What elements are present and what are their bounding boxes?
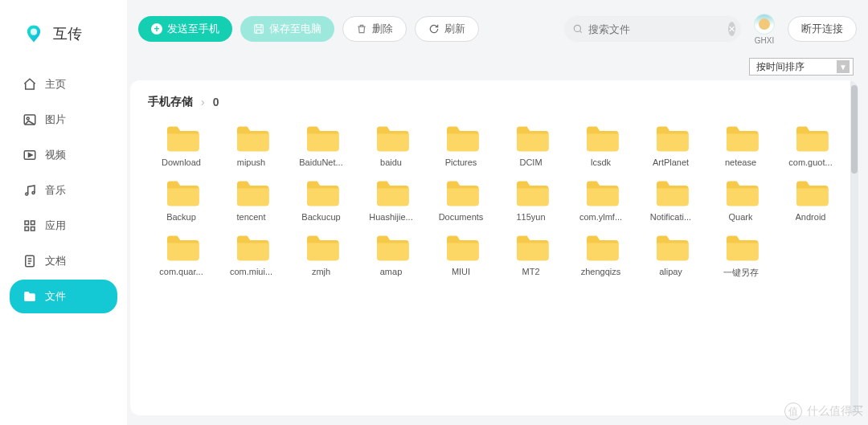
main: + 发送至手机 保存至电脑 删除 刷新 <box>127 0 868 425</box>
sidebar-item-image[interactable]: 图片 <box>10 103 117 137</box>
folder-name: lcsdk <box>591 157 611 167</box>
folder-item[interactable]: Backup <box>148 175 215 225</box>
sidebar-item-apps[interactable]: 应用 <box>10 209 117 243</box>
folder-name: alipay <box>659 267 682 276</box>
image-icon <box>23 112 37 127</box>
app-root: 互传 主页图片视频音乐应用文档文件 + 发送至手机 保存至电脑 删除 <box>0 0 868 425</box>
folder-name: 115yun <box>516 212 545 222</box>
panel-wrap: 手机存储 › 0 DownloadmipushBaiduNet...baiduP… <box>127 80 868 425</box>
sidebar-item-doc[interactable]: 文档 <box>10 244 117 278</box>
folder-name: amap <box>380 267 403 276</box>
svg-point-4 <box>26 193 28 195</box>
content-panel: 手机存储 › 0 DownloadmipushBaiduNet...baiduP… <box>130 80 858 415</box>
folder-item[interactable]: netease <box>707 121 774 170</box>
folder-item[interactable]: com.quar... <box>148 230 215 282</box>
sidebar-item-home[interactable]: 主页 <box>10 67 117 101</box>
svg-point-5 <box>32 192 35 194</box>
folder-item[interactable]: Download <box>148 121 215 170</box>
folder-item[interactable]: Quark <box>707 175 774 225</box>
save-label: 保存至电脑 <box>269 22 321 36</box>
folder-item[interactable]: zhengqizs <box>567 230 634 282</box>
send-to-phone-button[interactable]: + 发送至手机 <box>138 16 232 42</box>
folder-item[interactable]: BaiduNet... <box>288 121 354 170</box>
sidebar-item-label: 主页 <box>45 77 66 92</box>
save-to-pc-button[interactable]: 保存至电脑 <box>240 16 334 42</box>
folder-item[interactable]: DCIM <box>497 121 564 170</box>
folder-icon <box>374 178 409 207</box>
folder-item[interactable]: com.ylmf... <box>567 175 634 225</box>
folder-name: Notificati... <box>650 212 691 222</box>
breadcrumb: 手机存储 › 0 <box>148 95 844 109</box>
folder-item[interactable]: amap <box>358 230 424 282</box>
folder-item[interactable]: 115yun <box>497 175 564 225</box>
folder-item[interactable]: baidu <box>358 121 424 170</box>
folder-name: Download <box>162 157 201 167</box>
plus-icon: + <box>151 23 162 35</box>
refresh-label: 刷新 <box>444 22 465 36</box>
folder-icon <box>234 124 269 153</box>
folder-item[interactable]: Huashijie... <box>358 175 424 225</box>
folder-item[interactable]: ArtPlanet <box>637 121 704 170</box>
folder-item[interactable]: com.guot... <box>777 121 844 170</box>
folder-item[interactable]: zmjh <box>288 230 354 282</box>
folder-icon <box>304 178 339 207</box>
folder-icon <box>793 178 829 207</box>
folder-item[interactable]: lcsdk <box>567 121 634 170</box>
folder-item[interactable]: MIUI <box>428 230 494 282</box>
svg-rect-7 <box>31 221 35 225</box>
folder-name: Backup <box>166 212 196 222</box>
user-block[interactable]: GHXI <box>754 14 775 45</box>
sidebar-item-label: 音乐 <box>45 183 66 198</box>
sort-select[interactable]: 按时间排序 ▼ <box>749 58 854 76</box>
folder-name: ArtPlanet <box>653 157 689 167</box>
folder-icon <box>234 233 269 262</box>
folder-item[interactable]: Android <box>777 175 844 225</box>
clear-icon[interactable]: ✕ <box>728 22 735 36</box>
search-box[interactable]: ✕ <box>564 16 741 42</box>
folder-item[interactable]: Notificati... <box>637 175 704 225</box>
folder-icon <box>653 178 689 207</box>
folder-item[interactable]: alipay <box>637 230 704 282</box>
folder-item[interactable]: Documents <box>428 175 494 225</box>
folder-name: com.ylmf... <box>579 212 622 222</box>
folder-name: DCIM <box>519 157 542 167</box>
svg-rect-11 <box>255 25 264 34</box>
folder-item[interactable]: 一键另存 <box>707 230 774 282</box>
folder-item[interactable]: Backucup <box>288 175 354 225</box>
folder-item[interactable]: mipush <box>218 121 285 170</box>
folder-icon <box>164 124 199 153</box>
sidebar-item-video[interactable]: 视频 <box>10 138 117 172</box>
sort-selected: 按时间排序 <box>756 60 805 74</box>
folder-name: MT2 <box>522 267 540 276</box>
refresh-button[interactable]: 刷新 <box>415 16 479 42</box>
disconnect-button[interactable]: 断开连接 <box>788 16 857 42</box>
scrollbar[interactable] <box>850 80 858 415</box>
avatar <box>754 14 775 35</box>
folder-icon <box>304 233 339 262</box>
chevron-right-icon: › <box>201 96 205 108</box>
send-label: 发送至手机 <box>167 22 219 36</box>
sidebar-item-music[interactable]: 音乐 <box>10 174 117 207</box>
folder-item[interactable]: com.miui... <box>218 230 285 282</box>
search-input[interactable] <box>588 23 723 35</box>
folder-icon <box>723 124 759 153</box>
folder-icon <box>304 124 339 153</box>
svg-point-2 <box>27 117 29 120</box>
folder-item[interactable]: MT2 <box>497 230 564 282</box>
delete-button[interactable]: 删除 <box>342 16 407 42</box>
chevron-down-icon: ▼ <box>837 60 850 73</box>
breadcrumb-count: 0 <box>213 96 219 108</box>
folder-grid: DownloadmipushBaiduNet...baiduPicturesDC… <box>148 121 844 282</box>
brand: 互传 <box>0 14 127 64</box>
breadcrumb-root[interactable]: 手机存储 <box>148 95 193 109</box>
sidebar-item-folder[interactable]: 文件 <box>10 280 117 313</box>
folder-icon <box>374 124 409 153</box>
sidebar-item-label: 应用 <box>45 219 66 233</box>
home-icon <box>23 77 37 92</box>
scrollbar-thumb[interactable] <box>851 85 858 174</box>
folder-item[interactable]: Pictures <box>428 121 494 170</box>
folder-name: tencent <box>236 212 265 222</box>
folder-name: BaiduNet... <box>299 157 342 167</box>
folder-item[interactable]: tencent <box>218 175 285 225</box>
nav: 主页图片视频音乐应用文档文件 <box>0 64 127 317</box>
